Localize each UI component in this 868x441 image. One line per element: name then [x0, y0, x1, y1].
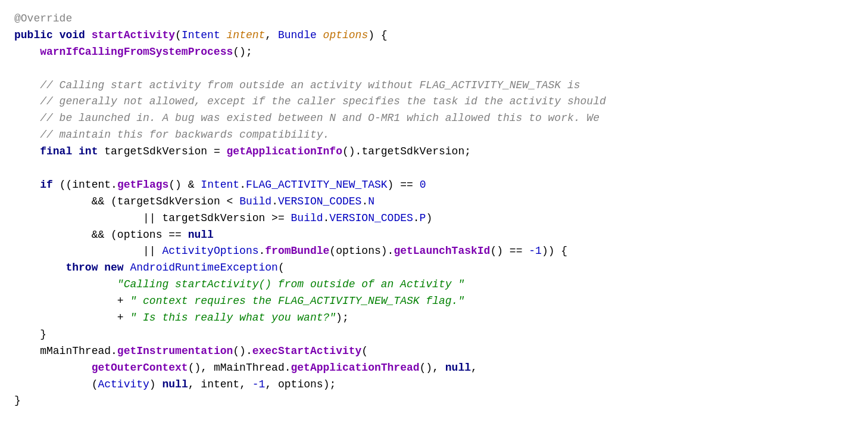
comment-2: // generally not allowed, except if the …: [40, 95, 606, 107]
number-neg1: -1: [529, 245, 542, 257]
var-intent-ref1: intent: [72, 179, 111, 191]
comment-3: // be launched in. A bug was existed bet…: [40, 112, 600, 124]
var-mMainThread2: mMainThread: [214, 362, 285, 374]
call-getFlags: getFlags: [117, 179, 168, 191]
code-container: @Override public void startActivity(Inte…: [0, 0, 868, 441]
type-Intent2: Intent: [201, 179, 239, 191]
type-Intent: Intent: [182, 29, 220, 41]
type-Build2: Build: [291, 212, 323, 224]
keyword-void: void: [60, 29, 85, 41]
type-Bundle: Bundle: [278, 29, 317, 41]
method-startActivity: startActivity: [92, 29, 175, 41]
keyword-if: if: [40, 179, 53, 191]
var-targetSdkVersion-ref1: targetSdkVersion: [117, 195, 220, 207]
comment-4: // maintain this for backwards compatibi…: [40, 129, 329, 141]
call-execStartActivity: execStartActivity: [252, 345, 362, 357]
call-getApplicationThread: getApplicationThread: [291, 362, 420, 374]
type-VERSION_CODES2: VERSION_CODES: [329, 212, 413, 224]
keyword-null1: null: [188, 229, 214, 241]
var-options-ref1: options: [117, 229, 163, 241]
call-getLaunchTaskId: getLaunchTaskId: [394, 245, 490, 257]
call-getOuterContext: getOuterContext: [92, 362, 188, 374]
number-neg1-2: -1: [252, 378, 266, 390]
var-mMainThread: mMainThread: [40, 345, 111, 357]
const-P: P: [420, 212, 426, 224]
var-targetSdkVersion-ref2: targetSdkVersion: [162, 212, 265, 224]
type-AndroidRuntimeException: AndroidRuntimeException: [130, 262, 277, 274]
param-options: options: [323, 29, 369, 41]
param-intent: intent: [227, 29, 266, 41]
string-3: " Is this really what you want?": [130, 312, 336, 324]
var-options-ref2: options: [336, 245, 381, 257]
keyword-throw: throw: [65, 262, 98, 274]
keyword-null3: null: [162, 378, 188, 390]
call-warnIfCallingFromSystemProcess: warnIfCallingFromSystemProcess: [40, 46, 233, 58]
var-intent-ref2: intent: [201, 378, 239, 390]
comment-1: // Calling start activity from outside a…: [40, 79, 580, 91]
const-N: N: [368, 195, 374, 207]
call-getApplicationInfo: getApplicationInfo: [227, 145, 342, 157]
call-fromBundle: fromBundle: [265, 245, 329, 257]
call-getInstrumentation: getInstrumentation: [117, 345, 233, 357]
number-0: 0: [420, 179, 426, 191]
type-ActivityOptions: ActivityOptions: [162, 245, 258, 257]
var-options-ref3: options: [278, 378, 323, 390]
string-2: " context requires the FLAG_ACTIVITY_NEW…: [130, 295, 464, 307]
keyword-int: int: [79, 145, 98, 157]
var-targetSdkVersion: targetSdkVersion: [104, 145, 207, 157]
field-targetSdkVersion: targetSdkVersion: [361, 145, 464, 157]
string-1: "Calling startActivity() from outside of…: [117, 278, 464, 290]
keyword-null2: null: [445, 362, 471, 374]
keyword-new: new: [104, 262, 123, 274]
annotation-override: @Override: [14, 13, 72, 24]
code-block: @Override public void startActivity(Inte…: [14, 11, 854, 409]
const-FLAG_ACTIVITY_NEW_TASK: FLAG_ACTIVITY_NEW_TASK: [246, 179, 388, 191]
keyword-final: final: [40, 145, 72, 157]
keyword-public: public: [14, 29, 53, 41]
type-Activity: Activity: [98, 378, 149, 390]
type-Build: Build: [239, 195, 271, 207]
type-VERSION_CODES: VERSION_CODES: [278, 195, 361, 207]
